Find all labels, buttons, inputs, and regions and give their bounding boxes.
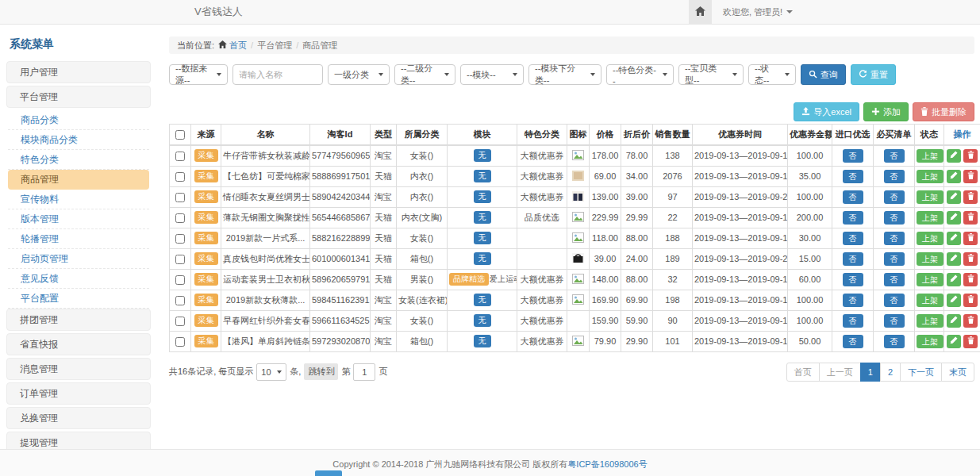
sidebar-item-message-mgmt[interactable]: 消息管理 xyxy=(6,358,151,380)
must-buy-toggle[interactable]: 否 xyxy=(884,149,905,163)
home-nav-button[interactable] xyxy=(689,0,712,24)
edit-button[interactable] xyxy=(947,252,961,266)
status-on-shelf-button[interactable]: 上架 xyxy=(917,314,943,328)
status-select[interactable]: --状态-- xyxy=(748,64,796,85)
module-subcategory-select[interactable]: --模块下分类-- xyxy=(528,64,601,85)
status-on-shelf-button[interactable]: 上架 xyxy=(917,294,943,307)
import-select-toggle[interactable]: 否 xyxy=(843,170,863,183)
add-button[interactable]: 添加 xyxy=(863,102,909,121)
data-source-select[interactable]: --数据来源-- xyxy=(169,64,228,85)
page-size-select[interactable]: 10 xyxy=(256,363,286,381)
feature-category-select[interactable]: --特色分类-- xyxy=(606,64,674,85)
row-checkbox[interactable] xyxy=(175,152,185,161)
edit-button[interactable] xyxy=(947,190,961,204)
row-checkbox[interactable] xyxy=(175,337,185,347)
row-checkbox[interactable] xyxy=(175,193,185,202)
edit-button[interactable] xyxy=(947,232,961,245)
delete-button[interactable] xyxy=(963,170,978,183)
import-select-toggle[interactable]: 否 xyxy=(843,294,863,307)
row-checkbox[interactable] xyxy=(175,255,185,264)
sidebar-item-groupbuy-mgmt[interactable]: 拼团管理 xyxy=(6,309,151,331)
sidebar-item-express-news[interactable]: 省直快报 xyxy=(6,333,151,355)
row-checkbox[interactable] xyxy=(175,296,185,305)
import-select-toggle[interactable]: 否 xyxy=(843,273,863,286)
page-button-1[interactable]: 1 xyxy=(860,363,881,382)
item-type-select[interactable]: --宝贝类型-- xyxy=(678,64,744,85)
level1-category-select[interactable]: 一级分类 xyxy=(328,64,390,85)
sidebar-item-platform[interactable]: 平台管理 xyxy=(6,86,151,108)
status-on-shelf-button[interactable]: 上架 xyxy=(917,211,943,225)
edit-button[interactable] xyxy=(947,211,961,225)
import-select-toggle[interactable]: 否 xyxy=(843,149,863,163)
edit-button[interactable] xyxy=(947,170,961,183)
reset-button[interactable]: 重置 xyxy=(851,64,896,85)
sidebar-item-promo-materials[interactable]: 宣传物料 xyxy=(8,190,149,209)
first-page-button[interactable]: 首页 xyxy=(786,363,820,382)
delete-button[interactable] xyxy=(963,190,978,204)
must-buy-toggle[interactable]: 否 xyxy=(884,190,905,204)
sidebar-item-withdraw-mgmt[interactable]: 提现管理 xyxy=(6,432,151,449)
import-select-toggle[interactable]: 否 xyxy=(843,314,863,328)
import-select-toggle[interactable]: 否 xyxy=(843,190,863,204)
page-button-2[interactable]: 2 xyxy=(880,363,901,382)
status-on-shelf-button[interactable]: 上架 xyxy=(917,232,943,245)
breadcrumb-home-link[interactable]: 首页 xyxy=(218,37,247,54)
sidebar-item-splash-mgmt[interactable]: 启动页管理 xyxy=(8,249,149,269)
module-select[interactable]: --模块-- xyxy=(460,64,524,85)
select-all-checkbox[interactable] xyxy=(175,130,185,140)
status-on-shelf-button[interactable]: 上架 xyxy=(917,252,943,266)
import-select-toggle[interactable]: 否 xyxy=(843,232,863,245)
last-page-button[interactable]: 末页 xyxy=(941,363,974,382)
page-jump-input[interactable] xyxy=(353,363,375,381)
batch-delete-button[interactable]: 批量删除 xyxy=(913,102,974,121)
sidebar-item-feedback[interactable]: 意见反馈 xyxy=(8,269,149,289)
row-checkbox[interactable] xyxy=(175,213,185,223)
delete-button[interactable] xyxy=(963,335,978,348)
query-button[interactable]: 查询 xyxy=(801,64,846,85)
status-on-shelf-button[interactable]: 上架 xyxy=(917,335,943,348)
edit-button[interactable] xyxy=(947,294,961,307)
status-on-shelf-button[interactable]: 上架 xyxy=(917,190,943,204)
row-checkbox[interactable] xyxy=(175,275,185,285)
must-buy-toggle[interactable]: 否 xyxy=(884,232,905,245)
status-on-shelf-button[interactable]: 上架 xyxy=(917,149,943,163)
delete-button[interactable] xyxy=(963,273,978,286)
delete-button[interactable] xyxy=(963,314,978,328)
must-buy-toggle[interactable]: 否 xyxy=(884,314,905,328)
level2-category-select[interactable]: --二级分类-- xyxy=(394,64,455,85)
sidebar-item-version-mgmt[interactable]: 版本管理 xyxy=(8,209,149,229)
must-buy-toggle[interactable]: 否 xyxy=(884,170,905,183)
icp-link[interactable]: 粤ICP备16098006号 xyxy=(567,459,647,469)
status-on-shelf-button[interactable]: 上架 xyxy=(917,273,943,286)
user-menu[interactable]: 欢迎您, 管理员! xyxy=(723,0,793,24)
row-checkbox[interactable] xyxy=(175,234,185,244)
edit-button[interactable] xyxy=(947,314,961,328)
sidebar-item-users[interactable]: 用户管理 xyxy=(6,61,151,83)
edit-button[interactable] xyxy=(947,273,961,286)
row-checkbox[interactable] xyxy=(175,317,185,326)
sidebar-item-order-mgmt[interactable]: 订单管理 xyxy=(6,382,151,405)
import-select-toggle[interactable]: 否 xyxy=(843,335,863,348)
must-buy-toggle[interactable]: 否 xyxy=(884,211,905,225)
import-select-toggle[interactable]: 否 xyxy=(843,211,863,225)
delete-button[interactable] xyxy=(963,232,978,245)
must-buy-toggle[interactable]: 否 xyxy=(884,294,905,307)
must-buy-toggle[interactable]: 否 xyxy=(884,273,905,286)
sidebar-item-product-mgmt[interactable]: 商品管理 xyxy=(8,170,149,190)
delete-button[interactable] xyxy=(963,252,978,266)
sidebar-item-exchange-mgmt[interactable]: 兑换管理 xyxy=(6,407,151,429)
delete-button[interactable] xyxy=(963,211,978,225)
search-input[interactable] xyxy=(233,64,323,85)
row-checkbox[interactable] xyxy=(175,172,185,182)
must-buy-toggle[interactable]: 否 xyxy=(884,252,905,266)
next-page-button[interactable]: 下一页 xyxy=(900,363,942,382)
edit-button[interactable] xyxy=(947,335,961,348)
sidebar-item-carousel-mgmt[interactable]: 轮播管理 xyxy=(8,229,149,249)
sidebar-item-feature-category[interactable]: 特色分类 xyxy=(8,150,149,170)
import-excel-button[interactable]: 导入excel xyxy=(794,102,859,121)
sidebar-item-platform-config[interactable]: 平台配置 xyxy=(8,289,149,309)
prev-page-button[interactable]: 上一页 xyxy=(819,363,861,382)
edit-button[interactable] xyxy=(947,149,961,163)
status-on-shelf-button[interactable]: 上架 xyxy=(917,170,943,183)
delete-button[interactable] xyxy=(963,149,978,163)
